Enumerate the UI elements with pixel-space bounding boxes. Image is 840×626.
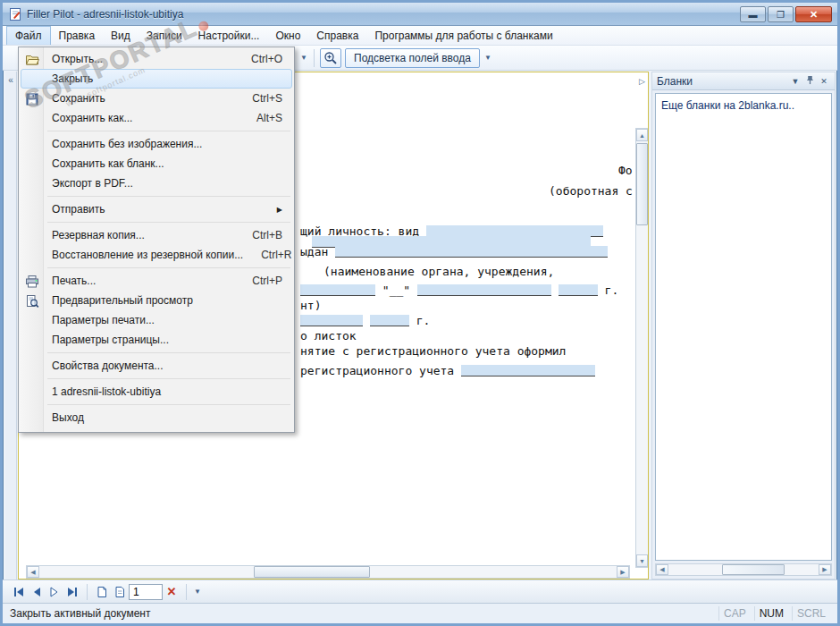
menu-icon-placeholder — [24, 359, 40, 375]
menubar-item[interactable]: Справка — [308, 26, 366, 45]
blanks-scroll-track[interactable] — [668, 564, 819, 575]
menu-item[interactable]: Восстановление из резервной копии...Ctrl… — [21, 245, 292, 265]
vertical-scroll-thumb[interactable] — [636, 143, 648, 225]
new-record-button[interactable] — [93, 583, 111, 601]
zoom-in-button[interactable] — [320, 48, 341, 68]
menu-item[interactable]: Открыть...Ctrl+O — [21, 49, 292, 69]
form-input-field[interactable] — [300, 315, 363, 326]
first-record-button[interactable] — [10, 583, 28, 601]
printer-icon — [24, 274, 40, 290]
blanks-link[interactable]: Еще бланки на 2blanka.ru.. — [661, 99, 794, 112]
menu-item[interactable]: Параметры печати... — [21, 310, 292, 330]
menu-item[interactable]: Закрыть — [21, 69, 292, 89]
highlight-dropdown-arrow-icon[interactable]: ▼ — [482, 49, 494, 67]
copy-record-button[interactable] — [111, 583, 129, 601]
menubar-item[interactable]: Правка — [51, 26, 104, 45]
form-text: нт) — [300, 299, 321, 312]
toolbar-separator — [314, 49, 315, 67]
horizontal-scroll-track[interactable] — [39, 566, 617, 578]
menu-item[interactable]: Печать...Ctrl+P — [21, 271, 292, 291]
record-number-input[interactable] — [129, 584, 163, 600]
titlebar: Filler Pilot - adresnii-listok-ubitiya ▬… — [3, 3, 837, 26]
panel-menu-arrow-icon[interactable]: ▼ — [789, 77, 802, 86]
app-window: Filler Pilot - adresnii-listok-ubitiya ▬… — [0, 0, 840, 626]
scroll-up-icon[interactable]: ▲ — [636, 129, 648, 141]
form-input-field[interactable] — [461, 365, 595, 376]
menubar-item[interactable]: Программы для работы с бланками — [366, 26, 560, 45]
left-panel-collapse[interactable]: « — [5, 72, 17, 579]
form-text: регистрационного учета — [300, 364, 461, 377]
highlight-fields-toggle[interactable]: Подсветка полей ввода — [345, 48, 480, 68]
menu-item-label: Закрыть — [52, 72, 265, 85]
indicator-cap: CAP — [718, 606, 751, 621]
blanks-scroll-right-icon[interactable]: ▶ — [819, 564, 831, 575]
menu-item[interactable]: Резервная копия...Ctrl+B — [21, 225, 292, 245]
form-input-field[interactable] — [300, 284, 375, 296]
menu-item[interactable]: СохранитьCtrl+S — [21, 89, 292, 108]
bottombar-overflow-icon[interactable]: ▼ — [194, 588, 201, 596]
menu-item-label: Параметры печати... — [52, 314, 265, 326]
menu-item[interactable]: Выход — [21, 408, 292, 427]
menu-item[interactable]: Сохранить без изображения... — [21, 134, 292, 154]
menu-shortcut: Alt+S — [256, 112, 282, 124]
scroll-down-icon[interactable]: ▼ — [636, 554, 648, 567]
scroll-left-icon[interactable]: ◀ — [27, 566, 39, 578]
menu-item[interactable]: Свойства документа... — [21, 356, 292, 376]
menubar-item[interactable]: Окно — [267, 26, 308, 45]
menu-item[interactable]: 1 adresnii-listok-ubitiya — [21, 382, 292, 402]
form-input-field[interactable] — [559, 284, 598, 296]
maximize-button[interactable]: ❐ — [768, 6, 794, 22]
bottombar-separator — [87, 584, 88, 600]
menu-item[interactable]: Предварительный просмотр — [21, 291, 292, 310]
vertical-scroll-track[interactable] — [636, 141, 648, 554]
menu-item[interactable]: Сохранить как бланк... — [21, 154, 292, 173]
minimize-button[interactable]: ▬ — [740, 6, 766, 22]
blanks-scroll-thumb[interactable] — [722, 564, 785, 575]
form-text — [551, 283, 559, 297]
expand-arrow-icon[interactable]: ▷ — [639, 77, 645, 86]
menu-separator — [47, 404, 290, 405]
form-line: Фо — [618, 164, 633, 177]
last-record-button[interactable] — [63, 583, 81, 601]
menu-item-label: Восстановление из резервной копии... — [52, 249, 243, 261]
menu-icon-placeholder — [24, 333, 40, 349]
delete-record-button[interactable]: ✕ — [163, 585, 181, 598]
horizontal-scroll-thumb[interactable] — [254, 566, 370, 578]
menu-shortcut: Ctrl+P — [252, 275, 282, 287]
menubar-item[interactable]: Записи — [139, 26, 190, 45]
menu-icon-placeholder — [24, 111, 40, 127]
menu-item[interactable]: Экспорт в PDF... — [21, 173, 292, 193]
menubar-item[interactable]: Вид — [103, 26, 139, 45]
status-message: Закрыть активный документ — [10, 607, 715, 620]
next-record-button[interactable] — [46, 583, 63, 601]
menu-separator — [47, 352, 290, 353]
indicator-num: NUM — [754, 606, 788, 621]
menu-item[interactable]: Отправить▶ — [21, 199, 292, 219]
vertical-scrollbar[interactable]: ▲ ▼ — [635, 128, 649, 568]
close-button[interactable]: ✕ — [795, 6, 832, 22]
file-menu: Открыть...Ctrl+OЗакрытьСохранитьCtrl+SСо… — [18, 47, 295, 433]
horizontal-scrollbar[interactable]: ◀ ▶ — [26, 565, 630, 579]
form-input-field[interactable] — [417, 284, 551, 296]
menu-item-label: Параметры страницы... — [52, 334, 265, 346]
app-icon — [8, 7, 22, 21]
form-input-field[interactable] — [335, 246, 608, 258]
menubar-item[interactable]: Настройки... — [190, 26, 268, 45]
statusbar: Закрыть активный документ CAPNUMSCRL — [3, 603, 837, 623]
pin-icon[interactable] — [803, 75, 816, 87]
scroll-right-icon[interactable]: ▶ — [617, 566, 629, 578]
panel-close-icon[interactable]: ✕ — [818, 77, 830, 86]
menu-item[interactable]: Параметры страницы... — [21, 330, 292, 350]
form-text: Фо — [618, 164, 633, 177]
previous-record-button[interactable] — [28, 583, 46, 601]
menu-shortcut: Ctrl+B — [252, 229, 282, 241]
form-input-field[interactable] — [370, 315, 409, 326]
menu-item[interactable]: Сохранить как...Alt+S — [21, 108, 292, 128]
menu-icon-placeholder — [24, 202, 40, 218]
window-controls: ▬ ❐ ✕ — [738, 6, 832, 22]
blanks-horizontal-scrollbar[interactable]: ◀ ▶ — [655, 563, 832, 576]
menu-separator — [47, 131, 290, 131]
zoom-dropdown-arrow-icon[interactable]: ▼ — [298, 49, 310, 67]
blanks-scroll-left-icon[interactable]: ◀ — [656, 564, 668, 575]
menubar-item[interactable]: Файл — [6, 26, 51, 45]
